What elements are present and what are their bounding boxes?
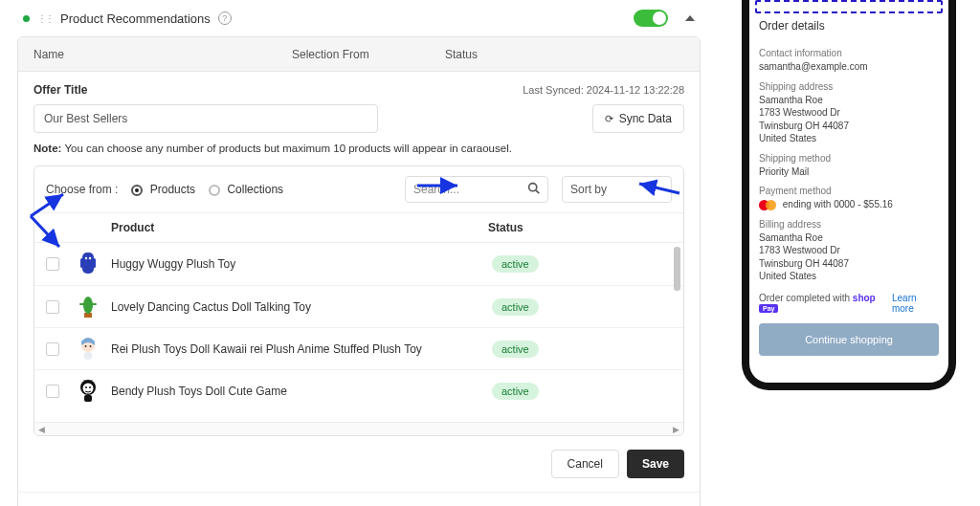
note-prefix: Note: bbox=[33, 143, 61, 154]
ship-method-label: Shipping method bbox=[759, 153, 939, 164]
svg-point-0 bbox=[529, 184, 537, 191]
col-status: Status bbox=[445, 48, 684, 61]
product-thumb bbox=[77, 336, 100, 363]
offer-title-label: Offer Title bbox=[33, 83, 87, 97]
ship-addr2: Twinsburg OH 44087 bbox=[759, 120, 939, 133]
sort-label: Sort by bbox=[570, 183, 607, 196]
placement-target[interactable] bbox=[755, 0, 943, 13]
drag-handle-icon[interactable]: ⋮⋮ bbox=[37, 13, 53, 24]
learn-more-link[interactable]: Learn more bbox=[892, 293, 939, 314]
bill-addr-label: Billing address bbox=[759, 219, 939, 230]
svg-point-18 bbox=[89, 386, 91, 388]
table-row: Rei Plush Toys Doll Kawaii rei Plush Ani… bbox=[34, 327, 683, 369]
table-row: Lovely Dancing Cactus Doll Talking Toy a… bbox=[34, 285, 683, 327]
bill-addr1: 1783 Westwood Dr bbox=[759, 244, 939, 257]
svg-point-3 bbox=[85, 257, 87, 259]
bill-addr2: Twinsburg OH 44087 bbox=[759, 257, 939, 271]
collapse-icon[interactable] bbox=[685, 15, 695, 21]
ship-name: Samantha Roe bbox=[759, 94, 939, 107]
pay-method-value: ending with 0000 - $55.16 bbox=[759, 198, 939, 211]
order-details-title: Order details bbox=[759, 19, 939, 33]
svg-rect-19 bbox=[84, 395, 92, 402]
th-product: Product bbox=[77, 221, 488, 234]
svg-line-1 bbox=[536, 190, 539, 193]
ship-method-value: Priority Mail bbox=[759, 165, 939, 179]
svg-rect-6 bbox=[93, 258, 96, 268]
recommendations-panel: Name Selection From Status Offer Title L… bbox=[17, 36, 701, 506]
svg-rect-10 bbox=[92, 303, 97, 305]
product-name: Huggy Wuggy Plush Toy bbox=[111, 257, 492, 271]
ship-addr1: 1783 Westwood Dr bbox=[759, 106, 939, 120]
phone-preview: Order details Contact information samant… bbox=[742, 0, 956, 390]
svg-rect-9 bbox=[79, 303, 84, 305]
enable-toggle[interactable] bbox=[634, 10, 668, 27]
offer-title-input[interactable] bbox=[33, 104, 378, 133]
scroll-right-icon: ▶ bbox=[673, 425, 679, 434]
bill-country: United States bbox=[759, 270, 939, 283]
shop-logo-text: shop bbox=[853, 293, 876, 303]
sync-label: Sync Data bbox=[619, 112, 672, 125]
contact-value: samantha@example.com bbox=[759, 60, 939, 74]
table-row: Bendy Plush Toys Doll Cute Game active bbox=[34, 369, 683, 411]
contact-label: Contact information bbox=[759, 48, 939, 58]
radio-icon bbox=[131, 185, 143, 196]
bill-name: Samantha Roe bbox=[759, 231, 939, 245]
continue-shopping-button[interactable]: Continue shopping bbox=[759, 323, 939, 356]
save-button[interactable]: Save bbox=[627, 450, 684, 478]
svg-rect-2 bbox=[82, 253, 94, 274]
svg-point-17 bbox=[85, 386, 87, 388]
last-synced: Last Synced: 2024-11-12 13:22:28 bbox=[523, 84, 684, 96]
sort-by-select[interactable]: Sort by bbox=[562, 176, 672, 203]
svg-point-4 bbox=[89, 257, 91, 259]
product-thumb bbox=[77, 251, 100, 277]
product-thumb bbox=[77, 294, 100, 320]
ship-country: United States bbox=[759, 132, 939, 145]
col-name: Name bbox=[33, 48, 292, 61]
status-badge: active bbox=[492, 255, 539, 273]
radio-icon bbox=[209, 185, 220, 196]
row-checkbox[interactable] bbox=[46, 385, 59, 398]
cancel-button[interactable]: Cancel bbox=[551, 450, 619, 478]
products-box: Choose from : Products Collections Searc… bbox=[33, 165, 684, 436]
row-checkbox[interactable] bbox=[46, 300, 59, 314]
svg-point-12 bbox=[85, 345, 87, 347]
col-selection-from: Selection From bbox=[292, 48, 445, 61]
sync-data-button[interactable]: ⟳ Sync Data bbox=[592, 104, 684, 133]
product-name: Rei Plush Toys Doll Kawaii rei Plush Ani… bbox=[111, 342, 492, 356]
panel-title: Product Recommendations bbox=[60, 11, 211, 26]
status-badge: active bbox=[492, 341, 539, 358]
product-name: Lovely Dancing Cactus Doll Talking Toy bbox=[111, 300, 492, 314]
product-thumb bbox=[77, 378, 100, 405]
shop-pay-badge: Pay bbox=[759, 304, 778, 313]
vertical-scrollbar[interactable] bbox=[674, 243, 680, 422]
search-icon bbox=[527, 182, 540, 197]
status-badge: active bbox=[492, 383, 539, 400]
search-input[interactable]: Search... bbox=[405, 176, 548, 203]
pay-method-label: Payment method bbox=[759, 186, 939, 196]
svg-point-8 bbox=[83, 297, 93, 314]
radio-collections[interactable]: Collections bbox=[209, 183, 283, 196]
row-checkbox[interactable] bbox=[46, 342, 59, 356]
search-placeholder: Search... bbox=[413, 183, 459, 196]
horizontal-scrollbar[interactable]: ◀ ▶ bbox=[34, 422, 683, 435]
radio-products-label: Products bbox=[150, 183, 195, 196]
product-scroll: Huggy Wuggy Plush Toy active Lovely Danc… bbox=[34, 242, 683, 422]
row-checkbox[interactable] bbox=[46, 257, 59, 271]
svg-point-13 bbox=[90, 345, 92, 347]
status-dot bbox=[23, 15, 30, 22]
th-status: Status bbox=[488, 221, 672, 234]
radio-products[interactable]: Products bbox=[131, 183, 195, 196]
help-icon[interactable]: ? bbox=[218, 11, 232, 25]
mastercard-icon bbox=[759, 200, 776, 210]
product-table-head: Product Status bbox=[34, 212, 683, 242]
radio-collections-label: Collections bbox=[227, 183, 283, 196]
order-completed-text: Order completed with shop Pay bbox=[759, 293, 892, 314]
scroll-left-icon: ◀ bbox=[38, 425, 45, 434]
columns-strip: Name Selection From Status bbox=[18, 37, 700, 72]
panel-header: ⋮⋮ Product Recommendations ? bbox=[17, 0, 701, 36]
table-row: Huggy Wuggy Plush Toy active bbox=[34, 243, 683, 285]
status-badge: active bbox=[492, 298, 539, 316]
ship-addr-label: Shipping address bbox=[759, 81, 939, 92]
svg-rect-5 bbox=[80, 258, 83, 268]
note-body: You can choose any number of products bu… bbox=[64, 143, 512, 154]
